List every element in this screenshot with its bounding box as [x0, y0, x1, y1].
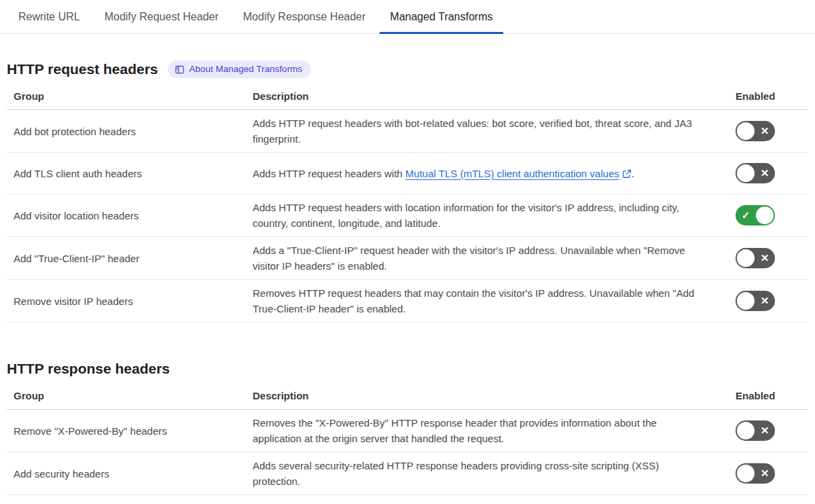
row-group-label: Add security headers: [7, 466, 246, 482]
toggle-remove-visitor-ip-headers[interactable]: ✕: [736, 291, 775, 311]
row-group-label: Add TLS client auth headers: [7, 166, 246, 181]
badge-label: About Managed Transforms: [189, 64, 303, 75]
about-managed-transforms-badge[interactable]: About Managed Transforms: [168, 60, 312, 78]
description-text: Adds a "True-Client-IP" request header w…: [253, 245, 685, 272]
external-link-icon: [622, 169, 632, 179]
tab-bar: Rewrite URL Modify Request Header Modify…: [0, 0, 815, 34]
request-headers-section: HTTP request headers About Managed Trans…: [7, 60, 808, 323]
toggle-bot-protection-headers[interactable]: ✕: [736, 121, 775, 141]
response-headers-section: HTTP response headers Group Description …: [7, 359, 808, 495]
table-row: Add bot protection headers Adds HTTP req…: [7, 110, 808, 153]
mtls-docs-link[interactable]: Mutual TLS (mTLS) client authentication …: [405, 168, 632, 179]
table-row: Add security headers Adds several securi…: [7, 452, 808, 495]
row-description: Adds HTTP request headers with location …: [246, 200, 713, 231]
toggle-add-security-headers[interactable]: ✕: [736, 463, 775, 484]
tab-rewrite-url[interactable]: Rewrite URL: [8, 0, 90, 33]
description-text: Removes HTTP request headers that may co…: [253, 287, 694, 314]
row-group-label: Add bot protection headers: [7, 124, 246, 139]
row-description: Adds a "True-Client-IP" request header w…: [246, 242, 713, 274]
row-description: Removes HTTP request headers that may co…: [246, 285, 713, 317]
response-headers-title: HTTP response headers: [7, 359, 170, 378]
column-header-description: Description: [246, 390, 713, 401]
toggle-knob: [737, 164, 755, 182]
tab-modify-response-header[interactable]: Modify Response Header: [233, 0, 376, 33]
row-group-label: Add "True-Client-IP" header: [7, 251, 246, 266]
toggle-tls-client-auth-headers[interactable]: ✕: [736, 163, 775, 183]
toggle-knob: [737, 292, 755, 310]
x-mark-icon: ✕: [755, 463, 774, 484]
toggle-true-client-ip-header[interactable]: ✕: [736, 248, 775, 268]
description-text: .: [632, 168, 634, 179]
toggle-knob: [737, 465, 755, 482]
toggle-visitor-location-headers[interactable]: ✓: [736, 205, 775, 226]
description-text: Adds HTTP request headers with location …: [253, 202, 679, 229]
description-text: Adds HTTP request headers with bot-relat…: [253, 118, 692, 145]
table-header: Group Description Enabled: [7, 79, 808, 110]
row-description: Removes the "X-Powered-By" HTTP response…: [246, 415, 713, 446]
row-description: Adds several security-related HTTP respo…: [246, 458, 713, 489]
x-mark-icon: ✕: [755, 420, 774, 441]
column-header-enabled: Enabled: [713, 90, 808, 102]
row-group-label: Add visitor location headers: [7, 208, 246, 223]
tab-modify-request-header[interactable]: Modify Request Header: [94, 0, 229, 33]
row-group-label: Remove visitor IP headers: [7, 293, 246, 309]
link-text: Mutual TLS (mTLS) client authentication …: [405, 168, 619, 179]
row-description: Adds HTTP request headers with bot-relat…: [246, 115, 713, 147]
table-row: Remove visitor IP headers Removes HTTP r…: [7, 280, 808, 323]
description-text: Adds HTTP request headers with: [253, 168, 405, 179]
table-row: Add visitor location headers Adds HTTP r…: [7, 194, 808, 237]
table-header: Group Description Enabled: [7, 378, 808, 410]
description-text: Removes the "X-Powered-By" HTTP response…: [253, 417, 657, 444]
toggle-knob: [737, 422, 755, 439]
column-header-enabled: Enabled: [713, 390, 808, 401]
column-header-group: Group: [7, 390, 246, 401]
toggle-knob: [756, 206, 774, 224]
column-header-description: Description: [246, 90, 713, 102]
table-row: Remove "X-Powered-By" headers Removes th…: [7, 410, 808, 452]
x-mark-icon: ✕: [755, 291, 774, 311]
book-icon: [175, 65, 185, 75]
request-headers-title: HTTP request headers: [7, 60, 158, 79]
column-header-group: Group: [7, 90, 246, 102]
x-mark-icon: ✕: [755, 121, 774, 141]
x-mark-icon: ✕: [755, 248, 774, 268]
toggle-knob: [737, 249, 755, 267]
x-mark-icon: ✕: [755, 163, 774, 183]
row-group-label: Remove "X-Powered-By" headers: [7, 423, 246, 439]
row-description: Adds HTTP request headers with Mutual TL…: [246, 166, 713, 181]
table-row: Add "True-Client-IP" header Adds a "True…: [7, 237, 808, 280]
check-mark-icon: ✓: [736, 205, 755, 226]
description-text: Adds several security-related HTTP respo…: [253, 460, 659, 487]
tab-managed-transforms[interactable]: Managed Transforms: [380, 0, 503, 33]
toggle-remove-x-powered-by-headers[interactable]: ✕: [736, 420, 775, 441]
toggle-knob: [737, 122, 755, 140]
table-row: Add TLS client auth headers Adds HTTP re…: [7, 153, 808, 194]
